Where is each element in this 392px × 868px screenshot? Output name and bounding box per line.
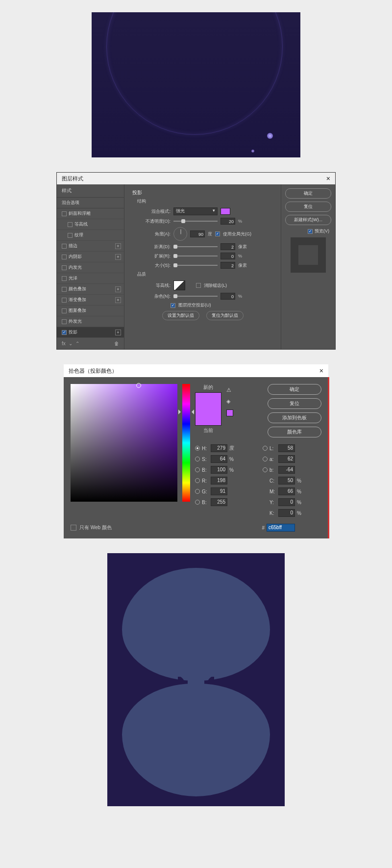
color-lib-button[interactable]: 颜色库 (268, 427, 321, 437)
blend-options-header[interactable]: 混合选项 (57, 198, 124, 208)
plus-icon[interactable]: + (115, 243, 121, 249)
close-icon[interactable]: × (319, 367, 323, 375)
color-picker-dialog: 拾色器（投影颜色） × 新的 当前 ⚠ (64, 364, 328, 538)
checkbox-icon[interactable] (62, 298, 67, 303)
warning-icon[interactable]: ⚠ (226, 387, 233, 393)
picker-titlebar[interactable]: 拾色器（投影颜色） × (64, 364, 328, 377)
effect-contour[interactable]: 等高线 (57, 219, 124, 230)
effect-texture[interactable]: 纹理 (57, 230, 124, 241)
radio-L[interactable] (263, 446, 268, 451)
fx-icon[interactable]: fx (62, 341, 66, 346)
input-M: M:66% (263, 487, 321, 495)
cancel-button[interactable]: 复位 (285, 202, 331, 212)
dialog-titlebar[interactable]: 图层样式 × (57, 173, 335, 184)
add-swatch-button[interactable]: 添加到色板 (268, 412, 321, 423)
styles-header[interactable]: 样式 (57, 184, 124, 198)
color-cursor-icon[interactable] (136, 383, 141, 388)
effect-satin[interactable]: 光泽 (57, 273, 124, 284)
preview-checkbox[interactable]: ✓ (308, 229, 313, 234)
angle-dial[interactable] (173, 227, 187, 241)
radio-b[interactable] (263, 467, 268, 472)
trash-icon[interactable]: 🗑 (114, 341, 119, 346)
plus-icon[interactable]: + (115, 330, 121, 335)
checkbox-icon[interactable] (62, 211, 67, 216)
plus-icon[interactable]: + (115, 297, 121, 303)
checkbox-icon[interactable] (68, 233, 73, 238)
effect-bevel[interactable]: 斜面和浮雕 (57, 208, 124, 219)
row-spread: 扩展(R): 0 % (138, 253, 274, 259)
effect-inner-glow[interactable]: 内发光 (57, 262, 124, 273)
radio-Bc[interactable] (195, 500, 200, 505)
checkbox-icon[interactable] (62, 319, 67, 324)
checkbox-icon[interactable]: ✓ (62, 330, 67, 335)
contour-picker[interactable] (173, 281, 185, 290)
resize-edge[interactable] (328, 377, 329, 538)
noise-slider[interactable] (173, 296, 218, 297)
hue-strip[interactable] (182, 384, 190, 502)
distance-input[interactable]: 2 (220, 243, 235, 250)
chevron-up-icon[interactable]: ⌃ (75, 341, 79, 346)
input-H: H:279度 (195, 444, 254, 452)
row-knockout: ✓ 图层挖空投影(U) (171, 302, 274, 308)
plus-icon[interactable]: + (115, 286, 121, 292)
hex-input[interactable]: c65bff (267, 524, 295, 532)
radio-H[interactable] (195, 446, 200, 451)
radio-a[interactable] (263, 457, 268, 461)
checkbox-icon[interactable] (62, 255, 67, 259)
antialias-checkbox[interactable] (196, 283, 201, 288)
mini-swatch[interactable] (226, 409, 233, 416)
cube-icon[interactable]: ◈ (226, 398, 233, 405)
spread-input[interactable]: 0 (220, 253, 235, 259)
checkbox-icon[interactable] (62, 276, 67, 281)
input-R: R:198 (195, 477, 254, 485)
make-default-button[interactable]: 设置为默认值 (162, 311, 199, 320)
row-contour: 等高线: 消除锯齿(L) (138, 281, 274, 290)
checkbox-icon[interactable] (62, 308, 67, 313)
effect-outer-glow[interactable]: 外发光 (57, 316, 124, 327)
checkbox-icon[interactable] (71, 525, 76, 531)
ok-button[interactable]: 确定 (285, 188, 331, 199)
noise-input[interactable]: 0 (220, 293, 235, 300)
hourglass-bottom (122, 684, 270, 796)
new-current-swatch[interactable] (195, 392, 221, 426)
color-field[interactable] (71, 384, 177, 502)
shadow-color-swatch[interactable] (220, 208, 230, 215)
radio-Bv[interactable] (195, 467, 200, 472)
distance-slider[interactable] (173, 246, 218, 247)
effect-pattern-overlay[interactable]: 图案叠加 (57, 306, 124, 316)
reset-default-button[interactable]: 复位为默认值 (206, 311, 244, 320)
size-slider[interactable] (173, 265, 218, 266)
row-opacity: 不透明度(O): 20 % (138, 218, 274, 225)
blend-mode-select[interactable]: 强光 ▾ (173, 207, 218, 215)
glow-dot-small (251, 150, 254, 153)
checkbox-icon[interactable] (62, 287, 67, 292)
effect-color-overlay[interactable]: 颜色叠加+ (57, 284, 124, 295)
effect-stroke[interactable]: 描边+ (57, 241, 124, 252)
new-style-button[interactable]: 新建样式(W)... (285, 215, 331, 225)
radio-R[interactable] (195, 478, 200, 483)
checkbox-icon[interactable] (68, 222, 73, 227)
global-light-checkbox[interactable]: ✓ (215, 231, 220, 236)
spread-slider[interactable] (173, 255, 218, 256)
web-only-checkbox[interactable]: 只有 Web 颜色 (71, 524, 112, 531)
knockout-checkbox[interactable]: ✓ (171, 303, 175, 308)
radio-S[interactable] (195, 457, 200, 461)
checkbox-icon[interactable] (62, 244, 67, 249)
opacity-slider[interactable] (173, 221, 218, 222)
effect-drop-shadow[interactable]: ✓投影+ (57, 327, 124, 338)
chevron-down-icon[interactable]: ⌄ (69, 341, 73, 346)
opacity-input[interactable]: 20 (220, 218, 235, 225)
input-b: b:-64 (263, 466, 321, 474)
row-size: 大小(S): 2 像素 (138, 262, 274, 269)
effect-inner-shadow[interactable]: 内阴影+ (57, 252, 124, 262)
effect-gradient-overlay[interactable]: 渐变叠加+ (57, 295, 124, 306)
size-input[interactable]: 2 (220, 262, 235, 269)
angle-input[interactable]: 90 (190, 230, 205, 237)
radio-G[interactable] (195, 489, 200, 494)
plus-icon[interactable]: + (115, 254, 121, 260)
row-blend-mode: 混合模式: 强光 ▾ (138, 207, 274, 215)
cancel-button[interactable]: 复位 (268, 398, 321, 409)
close-icon[interactable]: × (326, 175, 330, 182)
ok-button[interactable]: 确定 (268, 384, 321, 395)
checkbox-icon[interactable] (62, 265, 67, 270)
